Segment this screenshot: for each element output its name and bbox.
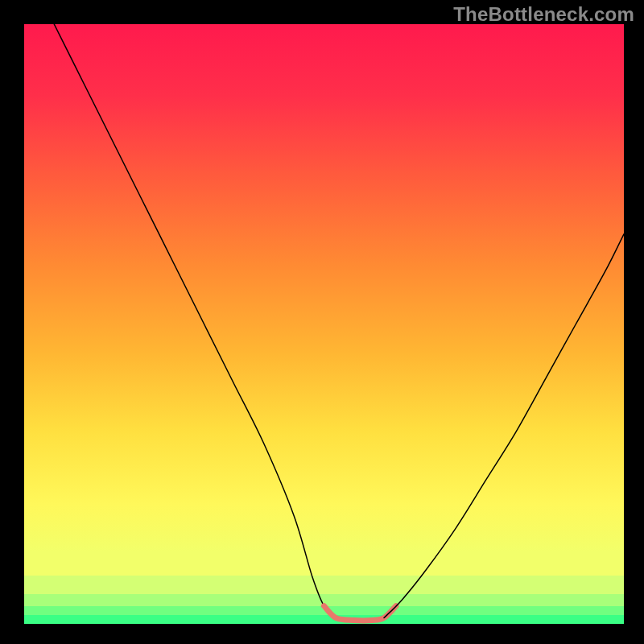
series-left-curve (54, 24, 336, 618)
curve-layer (24, 24, 624, 624)
chart-frame: TheBottleneck.com (0, 0, 644, 644)
series-valley-highlight (324, 606, 396, 621)
series-right-curve (384, 234, 624, 618)
watermark-text: TheBottleneck.com (453, 3, 634, 26)
plot-area (24, 24, 624, 624)
